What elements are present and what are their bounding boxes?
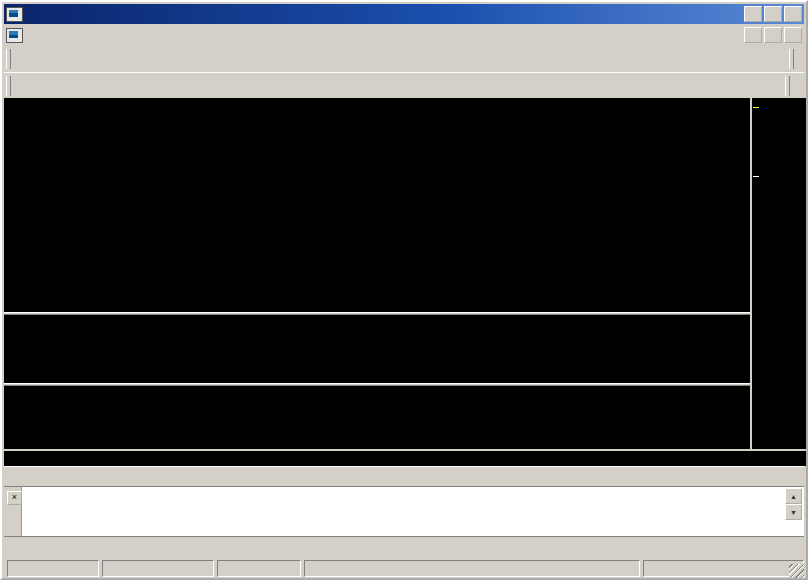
metatrader-window: × ▲ ▼ — [0, 0, 808, 580]
chart-window-tabs — [4, 466, 804, 487]
status-bar — [4, 557, 804, 579]
app-icon — [6, 7, 23, 22]
yellow-line-price-tag — [753, 107, 759, 108]
terminal-tabs — [4, 536, 804, 557]
status-profile — [7, 560, 99, 577]
status-section — [217, 560, 301, 577]
line-studies-toolbar — [4, 72, 804, 99]
current-bid-price-tag — [753, 176, 759, 177]
mdi-minimize-button[interactable] — [744, 27, 762, 43]
toolbar-grip[interactable] — [6, 49, 11, 69]
terminal-close-icon[interactable]: × — [7, 491, 22, 505]
toolbar-grip[interactable] — [789, 49, 794, 69]
scroll-down-icon[interactable]: ▼ — [785, 504, 802, 520]
resize-grip[interactable] — [789, 564, 804, 579]
status-section — [304, 560, 640, 577]
status-section — [102, 560, 214, 577]
maximize-button[interactable] — [764, 6, 782, 22]
chart-area[interactable] — [4, 98, 808, 466]
price-chart-canvas[interactable] — [4, 98, 750, 449]
chart-window-icon[interactable] — [6, 28, 23, 43]
price-axis — [752, 98, 808, 449]
time-axis — [4, 451, 750, 466]
terminal-scrollbar: ▲ ▼ — [785, 488, 802, 520]
scroll-up-icon[interactable]: ▲ — [785, 488, 802, 504]
menu-bar — [4, 24, 804, 47]
mdi-close-button[interactable] — [784, 27, 802, 43]
pane-separator[interactable] — [4, 383, 808, 386]
minimize-button[interactable] — [744, 6, 762, 22]
title-bar — [4, 4, 804, 24]
mdi-restore-button[interactable] — [764, 27, 782, 43]
standard-toolbar — [4, 46, 804, 72]
terminal-panel: × ▲ ▼ — [4, 486, 804, 537]
toolbar-grip[interactable] — [785, 76, 790, 96]
pane-separator[interactable] — [4, 312, 808, 315]
close-button[interactable] — [784, 6, 802, 22]
toolbar-grip[interactable] — [6, 76, 11, 96]
